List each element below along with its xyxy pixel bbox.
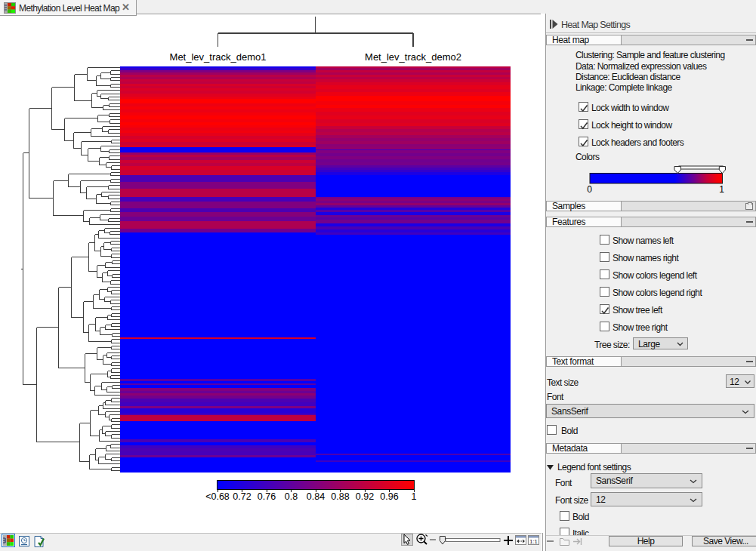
svg-text:0.72: 0.72 <box>233 491 251 502</box>
svg-text:Met_lev_track_demo1: Met_lev_track_demo1 <box>170 51 267 63</box>
svg-text:1: 1 <box>719 184 724 195</box>
svg-text:Met_lev_track_demo2: Met_lev_track_demo2 <box>365 51 461 63</box>
svg-text:0.96: 0.96 <box>380 491 398 502</box>
svg-text:<0.68: <0.68 <box>205 491 230 502</box>
svg-text:1: 1 <box>412 491 417 502</box>
svg-text:0.76: 0.76 <box>258 491 276 502</box>
svg-text:0.84: 0.84 <box>307 491 325 502</box>
svg-text:1:1: 1:1 <box>529 538 537 545</box>
svg-text:0: 0 <box>587 184 592 195</box>
svg-text:0.92: 0.92 <box>356 491 374 502</box>
svg-text:0.8: 0.8 <box>285 491 298 502</box>
svg-text:0.88: 0.88 <box>331 491 349 502</box>
